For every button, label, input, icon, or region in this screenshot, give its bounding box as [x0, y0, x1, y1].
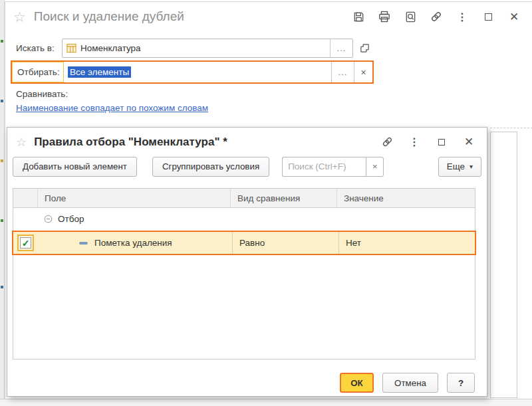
- field-cell: Пометка удаления: [39, 232, 232, 254]
- maximize-icon[interactable]: [434, 135, 449, 150]
- page-title: Поиск и удаление дублей: [34, 9, 184, 24]
- close-icon[interactable]: ✕: [462, 135, 476, 150]
- row-checkbox[interactable]: ✓: [20, 237, 31, 249]
- filter-clear-button[interactable]: ×: [354, 62, 372, 82]
- maximize-icon[interactable]: [481, 9, 495, 24]
- dialog-title: Правила отбора "Номенклатура" *: [34, 136, 227, 149]
- catalog-table-icon: [66, 43, 76, 53]
- print-icon[interactable]: [377, 9, 392, 24]
- column-comparison[interactable]: Вид сравнения: [231, 189, 337, 207]
- column-checkbox[interactable]: [13, 189, 38, 207]
- link-icon[interactable]: [380, 135, 394, 150]
- filter-field-text: Все элементы: [64, 66, 331, 78]
- filter-table: Поле Вид сравнения Значение Отбор ✓ Поме…: [13, 188, 475, 359]
- more-button-label: Еще: [447, 161, 465, 171]
- checkbox-highlight: ✓: [17, 235, 34, 251]
- filter-label: Отбирать:: [12, 67, 63, 77]
- field-cell-text: Пометка удаления: [94, 238, 172, 248]
- column-value[interactable]: Значение: [337, 189, 475, 207]
- comparison-cell: Равно: [232, 232, 338, 254]
- search-box: ×: [282, 157, 384, 177]
- search-in-field[interactable]: Номенклатура ...: [62, 39, 353, 58]
- collapse-icon[interactable]: [44, 215, 53, 223]
- main-window-titlebar: ☆ Поиск и удаление дублей ⋮ ✕: [5, 2, 532, 31]
- filter-value-selected: Все элементы: [68, 66, 131, 78]
- filter-rules-dialog: ☆ Правила отбора "Номенклатура" * ⋮ ✕ До…: [7, 127, 487, 397]
- desktop-speck: [1, 40, 3, 43]
- group-row-otbor[interactable]: Отбор: [13, 208, 475, 230]
- ok-button[interactable]: ОК: [340, 373, 374, 393]
- favorite-star-icon[interactable]: ☆: [16, 136, 27, 148]
- search-in-row: Искать в: Номенклатура ...: [11, 39, 372, 58]
- comparison-cell-text: Равно: [239, 238, 265, 248]
- search-input[interactable]: [282, 157, 366, 177]
- check-icon: ✓: [22, 239, 30, 248]
- dialog-toolbar: Добавить новый элемент Сгруппировать усл…: [7, 156, 487, 177]
- background-dashed-border: [490, 128, 532, 128]
- chevron-down-icon: ▾: [469, 163, 473, 170]
- preview-icon[interactable]: [403, 9, 418, 24]
- window-controls: ⋮ ✕: [351, 9, 521, 24]
- compare-rule-link[interactable]: Наименование совпадает по похожим словам: [16, 103, 208, 113]
- desktop-speck: [1, 159, 3, 162]
- value-cell: Нет: [338, 232, 475, 254]
- more-menu-icon[interactable]: ⋮: [455, 9, 469, 24]
- search-in-choose-button[interactable]: ...: [330, 39, 352, 57]
- favorite-star-icon[interactable]: ☆: [13, 10, 26, 24]
- help-button[interactable]: ?: [447, 373, 475, 393]
- link-icon[interactable]: [429, 9, 444, 24]
- group-row-label: Отбор: [58, 214, 84, 224]
- filter-row-highlight: Отбирать: Все элементы ... ×: [11, 60, 374, 84]
- table-header: Поле Вид сравнения Значение: [13, 189, 475, 208]
- more-menu-icon[interactable]: ⋮: [407, 135, 422, 150]
- filter-field[interactable]: Все элементы ... ×: [63, 62, 372, 82]
- search-clear-button[interactable]: ×: [366, 157, 384, 177]
- add-new-element-button[interactable]: Добавить новый элемент: [13, 157, 137, 177]
- save-icon[interactable]: [351, 9, 366, 24]
- desktop-speck: [1, 100, 3, 102]
- more-button[interactable]: Еще ▾: [438, 157, 481, 177]
- desktop-speck: [1, 286, 3, 288]
- cancel-button[interactable]: Отмена: [382, 373, 438, 393]
- close-icon[interactable]: ✕: [507, 9, 521, 24]
- dialog-controls: ⋮ ✕: [380, 135, 476, 150]
- open-list-icon[interactable]: [356, 39, 372, 58]
- column-field[interactable]: Поле: [38, 189, 231, 207]
- group-conditions-button[interactable]: Сгруппировать условия: [152, 157, 269, 177]
- dialog-titlebar: ☆ Правила отбора "Номенклатура" * ⋮ ✕: [7, 128, 487, 156]
- selected-filter-row[interactable]: ✓ Пометка удаления Равно Нет: [12, 231, 476, 255]
- filter-choose-button[interactable]: ...: [331, 62, 354, 82]
- search-in-label: Искать в:: [11, 43, 62, 53]
- background-panel: [490, 132, 517, 398]
- value-cell-text: Нет: [346, 238, 361, 248]
- desktop-speck: [1, 219, 3, 222]
- dialog-footer: ОК Отмена ?: [7, 373, 487, 393]
- checkbox-cell: ✓: [13, 232, 39, 254]
- item-dash-icon: [79, 242, 88, 245]
- compare-label: Сравнивать:: [16, 89, 68, 99]
- search-in-field-text: Номенклатура: [63, 43, 330, 53]
- window-bottom-border: [0, 399, 532, 406]
- search-in-value: Номенклатура: [80, 43, 141, 53]
- desktop-edge: [0, 0, 5, 406]
